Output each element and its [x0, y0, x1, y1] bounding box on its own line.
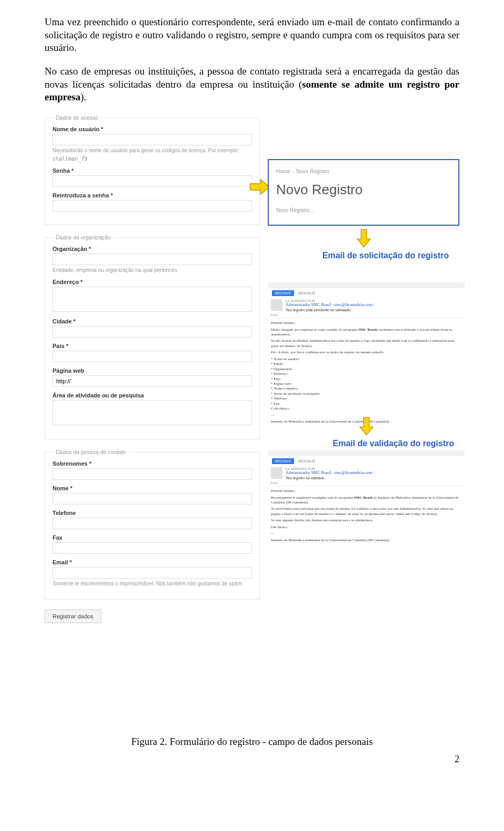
- fax-input[interactable]: [52, 542, 252, 554]
- email2-body: Prezado usuário, Recentemente te registr…: [268, 487, 465, 546]
- arrow-right-icon: [249, 177, 270, 196]
- label-cidade: Cidade *: [52, 318, 252, 324]
- email2-subject: Teu registro foi validado: [271, 476, 461, 480]
- legend-org: Dados da organização: [52, 234, 114, 240]
- telefone-input[interactable]: [52, 518, 252, 529]
- senha2-input[interactable]: [52, 200, 252, 212]
- arrow-down-icon-1: [353, 229, 374, 248]
- email-heading-1: Email de solicitação do registro: [268, 251, 459, 260]
- email-screenshot-2: ARCHIVO MENSAJE jue 18/09/2014 10:05 Adm…: [268, 450, 465, 546]
- label-area: Área de atividade ou de pesquisa: [52, 392, 252, 398]
- email1-body: Prezado usuário, Muito obrigado por regi…: [268, 319, 465, 427]
- legend-access: Dados de acesso: [52, 114, 101, 121]
- arrow-down-icon-2: [356, 417, 377, 436]
- email2-header: ARCHIVO MENSAJE jue 18/09/2014 10:05 Adm…: [268, 456, 465, 481]
- breadcrumb-home: Home: [276, 169, 290, 174]
- label-pagina: Página web: [52, 367, 252, 374]
- legend-contact: Dados da pessoa de contato: [52, 449, 129, 455]
- email2-from: Administrador SMC Brasil <smc@ihcantabri…: [271, 470, 461, 475]
- email1-header: ARCHIVO MENSAJE jue 02/09/2014 18:41 Adm…: [268, 288, 465, 313]
- svg-marker-1: [357, 229, 370, 247]
- label-pais: País *: [52, 343, 252, 349]
- figure-caption: Figura 2. Formulário do registro - campo…: [45, 736, 459, 748]
- senha-input[interactable]: [52, 175, 252, 187]
- label-telefone: Telefone: [52, 510, 252, 516]
- label-sobrenomes: Sobrenomes *: [52, 460, 252, 467]
- email1-from: Administrador SMC Brasil <smc@ihcantabri…: [271, 302, 461, 307]
- label-senha: Senha *: [52, 167, 252, 174]
- svg-marker-2: [360, 417, 373, 435]
- label-fax: Fax: [52, 534, 252, 541]
- fieldset-access: Dados de acesso Nome de usuário * Necess…: [45, 114, 260, 225]
- email-screenshot-1: ARCHIVO MENSAJE jue 02/09/2014 18:41 Adm…: [268, 282, 465, 427]
- label-org: Organização *: [52, 246, 252, 252]
- username-help: Necessitarás o nome de usuário para gera…: [52, 147, 252, 154]
- cidade-input[interactable]: [52, 326, 252, 338]
- fieldset-contact: Dados da pessoa de contato Sobrenomes * …: [45, 449, 260, 600]
- sobrenomes-input[interactable]: [52, 468, 252, 480]
- area-input[interactable]: [52, 400, 252, 425]
- org-input[interactable]: [52, 254, 252, 265]
- novo-title: Novo Registro: [276, 182, 451, 198]
- breadcrumb: Home›Novo Registro: [276, 169, 451, 174]
- username-example: stallman_79: [52, 155, 252, 162]
- org-help: Entidade, empresa ou organização na qual…: [52, 267, 252, 274]
- pais-input[interactable]: [52, 351, 252, 362]
- fieldset-org: Dados da organização Organização * Entid…: [45, 234, 260, 439]
- email2-badge: ARCHIVO: [272, 458, 294, 464]
- email-help: Somente te escreveremos o imprescindível…: [52, 580, 252, 587]
- intro-paragraph-2: No caso de empresas ou instituições, a p…: [45, 65, 459, 104]
- email2-para-label: Para: [268, 481, 465, 485]
- avatar-icon-2: [271, 467, 282, 479]
- email1-para-label: Para: [268, 313, 465, 317]
- avatar-icon: [271, 299, 282, 311]
- svg-marker-0: [250, 180, 269, 194]
- novo-subtitle: Novo Registro...: [276, 207, 451, 213]
- label-senha2: Reintroduza a senha *: [52, 192, 252, 198]
- registration-form: Dados de acesso Nome de usuário * Necess…: [45, 114, 260, 623]
- label-email: Email *: [52, 559, 252, 565]
- endereco-input[interactable]: [52, 287, 252, 312]
- submit-button[interactable]: Registrar dados: [45, 609, 101, 623]
- pagina-input[interactable]: [52, 375, 252, 387]
- label-username: Nome de usuário *: [52, 126, 252, 132]
- right-column: Home›Novo Registro Novo Registro Novo Re…: [268, 159, 459, 262]
- figure-composite: Dados de acesso Nome de usuário * Necess…: [45, 114, 459, 734]
- page-number: 2: [45, 754, 459, 765]
- intro-paragraph-1: Uma vez preenchido o questionário corres…: [45, 16, 459, 55]
- email-heading-2: Email de validação do registro: [268, 439, 465, 448]
- email1-badge: ARCHIVO: [272, 290, 294, 296]
- breadcrumb-current: Novo Registro: [296, 169, 329, 174]
- label-endereco: Endereço *: [52, 279, 252, 285]
- novo-registro-panel: Home›Novo Registro Novo Registro Novo Re…: [268, 159, 459, 226]
- email1-subject: Teu registro está pendente de validação: [271, 308, 461, 312]
- label-nome: Nome *: [52, 485, 252, 491]
- email1-tab: MENSAJE: [298, 291, 316, 295]
- nome-input[interactable]: [52, 493, 252, 504]
- username-input[interactable]: [52, 134, 252, 145]
- email-input[interactable]: [52, 567, 252, 578]
- email2-tab: MENSAJE: [298, 459, 316, 463]
- email1-ribbon: [268, 282, 465, 288]
- email2-ribbon: [268, 450, 465, 456]
